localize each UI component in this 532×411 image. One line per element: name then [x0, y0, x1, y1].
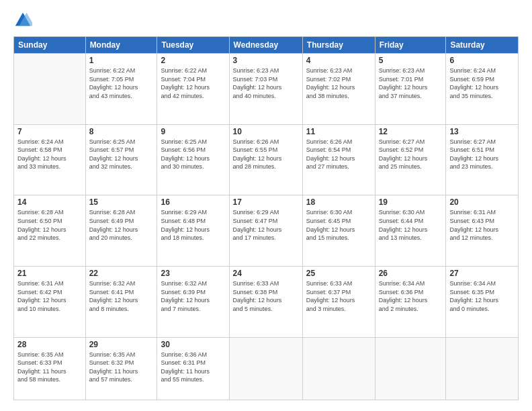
day-info: Sunrise: 6:22 AM Sunset: 7:04 PM Dayligh… — [161, 66, 225, 100]
calendar-day-cell: 25Sunrise: 6:33 AM Sunset: 6:37 PM Dayli… — [302, 267, 375, 338]
calendar-week-row: 21Sunrise: 6:31 AM Sunset: 6:42 PM Dayli… — [14, 267, 519, 338]
day-info: Sunrise: 6:33 AM Sunset: 6:38 PM Dayligh… — [233, 279, 299, 313]
calendar-day-cell: 2Sunrise: 6:22 AM Sunset: 7:04 PM Daylig… — [157, 54, 229, 125]
day-info: Sunrise: 6:26 AM Sunset: 6:55 PM Dayligh… — [233, 138, 299, 171]
day-info: Sunrise: 6:32 AM Sunset: 6:41 PM Dayligh… — [89, 279, 154, 313]
day-info: Sunrise: 6:23 AM Sunset: 7:03 PM Dayligh… — [233, 66, 299, 100]
calendar-week-row: 28Sunrise: 6:35 AM Sunset: 6:33 PM Dayli… — [14, 337, 519, 400]
logo-icon — [13, 11, 32, 30]
day-number: 23 — [161, 269, 225, 278]
day-number: 9 — [161, 127, 225, 136]
day-info: Sunrise: 6:27 AM Sunset: 6:51 PM Dayligh… — [449, 138, 515, 171]
day-number: 12 — [379, 127, 443, 136]
page: SundayMondayTuesdayWednesdayThursdayFrid… — [0, 0, 532, 411]
calendar-day-cell: 17Sunrise: 6:29 AM Sunset: 6:47 PM Dayli… — [229, 195, 302, 267]
day-number: 17 — [233, 197, 299, 207]
day-info: Sunrise: 6:35 AM Sunset: 6:33 PM Dayligh… — [17, 351, 82, 384]
day-number: 18 — [306, 197, 371, 207]
day-number: 21 — [17, 269, 82, 278]
calendar-day-header: Saturday — [446, 37, 519, 54]
day-info: Sunrise: 6:29 AM Sunset: 6:47 PM Dayligh… — [233, 208, 299, 242]
day-info: Sunrise: 6:28 AM Sunset: 6:49 PM Dayligh… — [89, 208, 154, 242]
calendar-header-row: SundayMondayTuesdayWednesdayThursdayFrid… — [14, 37, 519, 54]
day-number: 15 — [89, 197, 154, 207]
calendar-day-header: Thursday — [302, 37, 375, 54]
day-number: 19 — [379, 197, 443, 207]
day-number: 2 — [161, 56, 225, 65]
day-number: 7 — [17, 127, 82, 136]
calendar-day-cell: 14Sunrise: 6:28 AM Sunset: 6:50 PM Dayli… — [14, 195, 86, 267]
calendar-day-cell: 30Sunrise: 6:36 AM Sunset: 6:31 PM Dayli… — [157, 337, 229, 400]
day-number: 25 — [306, 269, 371, 278]
day-info: Sunrise: 6:23 AM Sunset: 7:01 PM Dayligh… — [379, 66, 443, 100]
day-info: Sunrise: 6:34 AM Sunset: 6:35 PM Dayligh… — [449, 279, 515, 313]
day-info: Sunrise: 6:31 AM Sunset: 6:43 PM Dayligh… — [449, 208, 515, 242]
calendar-day-header: Sunday — [14, 37, 86, 54]
calendar-day-header: Monday — [85, 37, 157, 54]
calendar-week-row: 14Sunrise: 6:28 AM Sunset: 6:50 PM Dayli… — [14, 195, 519, 267]
calendar-day-cell — [375, 337, 446, 400]
day-number: 26 — [379, 269, 443, 278]
day-info: Sunrise: 6:27 AM Sunset: 6:52 PM Dayligh… — [379, 138, 443, 171]
calendar-table: SundayMondayTuesdayWednesdayThursdayFrid… — [13, 36, 519, 400]
calendar-day-header: Friday — [375, 37, 446, 54]
day-info: Sunrise: 6:30 AM Sunset: 6:44 PM Dayligh… — [379, 208, 443, 242]
day-info: Sunrise: 6:22 AM Sunset: 7:05 PM Dayligh… — [89, 66, 154, 100]
calendar-day-cell — [302, 337, 375, 400]
calendar-day-cell — [14, 54, 86, 125]
day-info: Sunrise: 6:25 AM Sunset: 6:57 PM Dayligh… — [89, 138, 154, 171]
calendar-day-cell: 9Sunrise: 6:25 AM Sunset: 6:56 PM Daylig… — [157, 124, 229, 195]
day-info: Sunrise: 6:26 AM Sunset: 6:54 PM Dayligh… — [306, 138, 371, 171]
day-info: Sunrise: 6:23 AM Sunset: 7:02 PM Dayligh… — [306, 66, 371, 100]
day-number: 29 — [89, 340, 154, 349]
calendar-day-cell: 5Sunrise: 6:23 AM Sunset: 7:01 PM Daylig… — [375, 54, 446, 125]
calendar-day-cell: 7Sunrise: 6:24 AM Sunset: 6:58 PM Daylig… — [14, 124, 86, 195]
calendar-week-row: 1Sunrise: 6:22 AM Sunset: 7:05 PM Daylig… — [14, 54, 519, 125]
calendar-day-cell: 1Sunrise: 6:22 AM Sunset: 7:05 PM Daylig… — [85, 54, 157, 125]
calendar-day-cell: 3Sunrise: 6:23 AM Sunset: 7:03 PM Daylig… — [229, 54, 302, 125]
calendar-day-cell: 10Sunrise: 6:26 AM Sunset: 6:55 PM Dayli… — [229, 124, 302, 195]
day-info: Sunrise: 6:30 AM Sunset: 6:45 PM Dayligh… — [306, 208, 371, 242]
calendar-day-cell — [229, 337, 302, 400]
day-info: Sunrise: 6:35 AM Sunset: 6:32 PM Dayligh… — [89, 351, 154, 384]
calendar-day-cell: 29Sunrise: 6:35 AM Sunset: 6:32 PM Dayli… — [85, 337, 157, 400]
day-info: Sunrise: 6:24 AM Sunset: 6:58 PM Dayligh… — [17, 138, 82, 171]
day-info: Sunrise: 6:28 AM Sunset: 6:50 PM Dayligh… — [17, 208, 82, 242]
day-info: Sunrise: 6:32 AM Sunset: 6:39 PM Dayligh… — [161, 279, 225, 313]
calendar-day-cell: 8Sunrise: 6:25 AM Sunset: 6:57 PM Daylig… — [85, 124, 157, 195]
day-info: Sunrise: 6:25 AM Sunset: 6:56 PM Dayligh… — [161, 138, 225, 171]
day-number: 4 — [306, 56, 371, 65]
day-number: 24 — [233, 269, 299, 278]
calendar-day-cell: 21Sunrise: 6:31 AM Sunset: 6:42 PM Dayli… — [14, 267, 86, 338]
day-info: Sunrise: 6:24 AM Sunset: 6:59 PM Dayligh… — [449, 66, 515, 100]
calendar-day-cell: 19Sunrise: 6:30 AM Sunset: 6:44 PM Dayli… — [375, 195, 446, 267]
calendar-day-header: Wednesday — [229, 37, 302, 54]
day-number: 8 — [89, 127, 154, 136]
calendar-day-cell: 12Sunrise: 6:27 AM Sunset: 6:52 PM Dayli… — [375, 124, 446, 195]
calendar-day-header: Tuesday — [157, 37, 229, 54]
day-number: 13 — [449, 127, 515, 136]
calendar-day-cell: 28Sunrise: 6:35 AM Sunset: 6:33 PM Dayli… — [14, 337, 86, 400]
calendar-day-cell: 4Sunrise: 6:23 AM Sunset: 7:02 PM Daylig… — [302, 54, 375, 125]
calendar-day-cell: 27Sunrise: 6:34 AM Sunset: 6:35 PM Dayli… — [446, 267, 519, 338]
day-number: 11 — [306, 127, 371, 136]
calendar-day-cell: 13Sunrise: 6:27 AM Sunset: 6:51 PM Dayli… — [446, 124, 519, 195]
calendar-week-row: 7Sunrise: 6:24 AM Sunset: 6:58 PM Daylig… — [14, 124, 519, 195]
day-number: 27 — [449, 269, 515, 278]
calendar-day-cell: 11Sunrise: 6:26 AM Sunset: 6:54 PM Dayli… — [302, 124, 375, 195]
day-info: Sunrise: 6:33 AM Sunset: 6:37 PM Dayligh… — [306, 279, 371, 313]
day-number: 10 — [233, 127, 299, 136]
day-number: 28 — [17, 340, 82, 349]
day-number: 6 — [449, 56, 515, 65]
calendar-day-cell: 18Sunrise: 6:30 AM Sunset: 6:45 PM Dayli… — [302, 195, 375, 267]
calendar-day-cell: 22Sunrise: 6:32 AM Sunset: 6:41 PM Dayli… — [85, 267, 157, 338]
day-number: 22 — [89, 269, 154, 278]
calendar-day-cell: 16Sunrise: 6:29 AM Sunset: 6:48 PM Dayli… — [157, 195, 229, 267]
day-info: Sunrise: 6:34 AM Sunset: 6:36 PM Dayligh… — [379, 279, 443, 313]
day-number: 30 — [161, 340, 225, 349]
calendar-day-cell — [446, 337, 519, 400]
day-info: Sunrise: 6:31 AM Sunset: 6:42 PM Dayligh… — [17, 279, 82, 313]
day-number: 1 — [89, 56, 154, 65]
day-info: Sunrise: 6:29 AM Sunset: 6:48 PM Dayligh… — [161, 208, 225, 242]
logo — [13, 11, 35, 30]
